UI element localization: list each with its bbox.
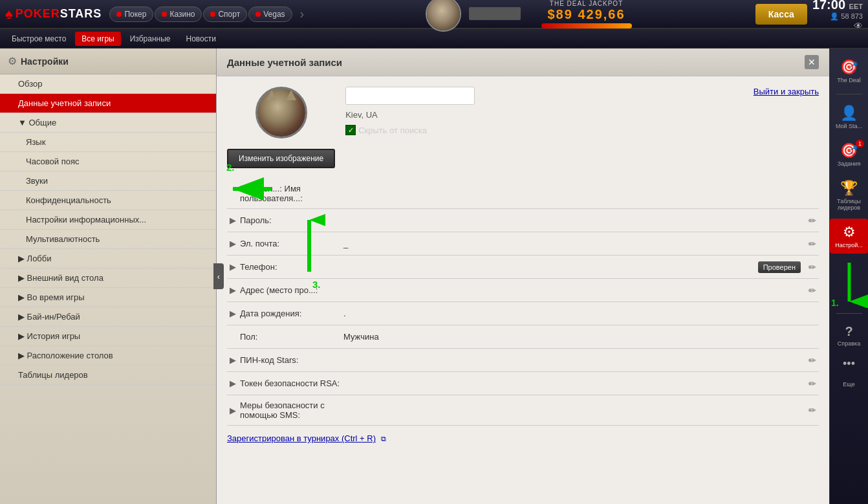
edit-phone-icon[interactable]: ✏ xyxy=(808,262,816,272)
sidebar-item-timezone[interactable]: Часовой пояс xyxy=(0,152,216,171)
sidebar-item-account-data[interactable]: Данные учетной записи xyxy=(0,94,216,113)
hide-search-label: Скрыть от поиска xyxy=(358,126,427,135)
jackpot-value: $89 429,66 xyxy=(547,7,625,22)
sidebar-item-during-game[interactable]: ▶ Во время игры xyxy=(0,288,216,307)
nav-news[interactable]: Новости xyxy=(179,32,222,46)
label-username: Имя пол...: Имя пользователя...: xyxy=(240,184,343,203)
label-sms: Меры безопасности с помощью SMS: xyxy=(240,400,343,420)
value-birthday: . xyxy=(343,309,816,318)
top-bar: ♠ POKERSTARS Покер Казино Спорт Vegas › … xyxy=(0,0,868,29)
sidebar-collapse-button[interactable]: ‹ xyxy=(213,263,224,289)
expand-pin[interactable]: ▶ xyxy=(230,355,240,365)
logo-area: ♠ POKERSTARS xyxy=(5,6,102,23)
form-section: Имя пол...: Имя пользователя...: ▶ Парол… xyxy=(217,179,829,426)
label-phone: Телефон: xyxy=(240,262,343,272)
jackpot-area: THE DEAL JACKPOT $89 429,66 xyxy=(541,0,632,28)
expand-rsa[interactable]: ▶ xyxy=(230,378,240,388)
sidebar-header: ⚙ Настройки xyxy=(0,49,216,74)
nav-tab-poker[interactable]: Покер xyxy=(109,6,153,22)
nav-tab-vegas[interactable]: Vegas xyxy=(248,6,292,22)
sidebar-item-table-appearance[interactable]: ▶ Внешний вид стола xyxy=(0,268,216,288)
nav-tabs: Покер Казино Спорт Vegas xyxy=(109,6,292,22)
sidebar-item-language[interactable]: Язык xyxy=(0,133,216,152)
hide-search-checkbox[interactable]: ✓ xyxy=(345,125,356,135)
expand-birthday[interactable]: ▶ xyxy=(230,309,240,318)
sidebar-title: Настройки xyxy=(21,56,69,67)
form-row-pin: ▶ ПИН-код Stars: ✏ xyxy=(227,349,819,372)
profile-name-input[interactable] xyxy=(345,87,475,105)
time-area: 17:00 EET 👤 58 873 👁 xyxy=(812,0,863,31)
sidebar-item-info-settings[interactable]: Настройки информационных... xyxy=(0,210,216,230)
change-image-button[interactable]: Изменить изображение xyxy=(227,149,335,168)
right-item-settings[interactable]: ⚙ Настрой... xyxy=(830,219,868,254)
nav-tab-casino[interactable]: Казино xyxy=(155,6,202,22)
expand-email[interactable]: ▶ xyxy=(230,239,240,248)
cashier-button[interactable]: Касса xyxy=(755,4,807,25)
sidebar-item-lobby[interactable]: ▶ Лобби xyxy=(0,249,216,268)
search-progress xyxy=(469,7,534,21)
edit-address-icon[interactable]: ✏ xyxy=(808,285,816,296)
sidebar-item-buyin-rebuy[interactable]: ▶ Бай-ин/Ребай xyxy=(0,307,216,327)
edit-email-icon[interactable]: ✏ xyxy=(808,239,816,249)
edit-password-icon[interactable]: ✏ xyxy=(808,215,816,226)
sidebar-item-game-history[interactable]: ▶ История игры xyxy=(0,327,216,346)
edit-rsa-icon[interactable]: ✏ xyxy=(808,378,816,389)
form-row-username: Имя пол...: Имя пользователя...: xyxy=(227,179,819,209)
label-address: Адрес (место про...: xyxy=(240,285,343,295)
nav-favorites[interactable]: Избранные xyxy=(124,32,177,46)
edit-sms-icon[interactable]: ✏ xyxy=(808,405,816,415)
content-area: Данные учетной записи ✕ Изменить изображ… xyxy=(217,49,829,504)
right-item-help[interactable]: ? Справка xyxy=(830,319,868,352)
right-item-the-deal[interactable]: 🎯 The Deal xyxy=(830,54,868,89)
user-count-value: 58 873 xyxy=(841,12,863,20)
sidebar-item-leaderboards[interactable]: Таблицы лидеров xyxy=(0,366,216,385)
hide-search-row: ✓ Скрыть от поиска xyxy=(345,125,743,135)
sidebar-item-sounds[interactable]: Звуки xyxy=(0,171,216,191)
sidebar-item-table-layout[interactable]: ▶ Расположение столов xyxy=(0,346,216,366)
right-item-the-deal-label: The Deal xyxy=(837,77,861,83)
nav-quick-seat[interactable]: Быстрое место xyxy=(5,32,72,46)
second-nav: Быстрое место Все игры Избранные Новости xyxy=(0,29,868,49)
expand-phone[interactable]: ▶ xyxy=(230,262,240,272)
nav-all-games[interactable]: Все игры xyxy=(75,32,120,46)
edit-pin-icon[interactable]: ✏ xyxy=(808,355,816,366)
tournaments-link[interactable]: Зарегистрирован в турнирах (Ctrl + R) xyxy=(227,433,376,443)
right-item-settings-label: Настрой... xyxy=(835,242,863,248)
the-deal-icon: 🎯 xyxy=(840,59,858,76)
more-dots: ••• xyxy=(843,357,855,371)
logo-star: ♠ xyxy=(5,6,13,23)
gear-icon: ⚙ xyxy=(8,55,17,67)
verified-badge: Проверен xyxy=(758,261,801,273)
label-email: Эл. почта: xyxy=(240,239,343,248)
nav-separator: › xyxy=(300,6,305,21)
right-item-my-stars[interactable]: 👤 Мой Sta... xyxy=(830,100,868,135)
right-item-leaderboards[interactable]: 🏆 Таблицы лидеров xyxy=(830,175,868,216)
user-count: 👤 58 873 xyxy=(812,12,863,21)
expand-sms[interactable]: ▶ xyxy=(230,406,240,415)
sidebar-item-overview[interactable]: Обзор xyxy=(0,74,216,94)
right-item-tasks[interactable]: 🎯 1 Задания xyxy=(830,137,868,172)
expand-password[interactable]: ▶ xyxy=(230,215,240,225)
form-row-password: ▶ Пароль: ✏ xyxy=(227,209,819,232)
my-stars-icon: 👤 xyxy=(840,105,858,122)
logout-link[interactable]: Выйти и закрыть xyxy=(754,87,819,96)
search-box[interactable] xyxy=(469,7,521,20)
jackpot-bar xyxy=(541,23,632,28)
right-item-more-label: Еще xyxy=(843,381,854,388)
form-row-gender: Пол: Мужчина xyxy=(227,325,819,349)
form-row-email: ▶ Эл. почта: _ ✏ xyxy=(227,232,819,256)
eye-icon[interactable]: 👁 xyxy=(854,21,863,31)
expand-address[interactable]: ▶ xyxy=(230,285,240,295)
help-icon: ? xyxy=(845,324,852,339)
sidebar-item-general[interactable]: ▼ Общие xyxy=(0,113,216,133)
nav-tab-sport-label: Спорт xyxy=(218,10,240,19)
right-item-more[interactable]: Еще xyxy=(830,376,868,393)
nav-tab-sport[interactable]: Спорт xyxy=(203,6,247,22)
content-header: Данные учетной записи ✕ xyxy=(217,49,829,76)
vegas-dot xyxy=(255,12,261,17)
sidebar: ⚙ Настройки Обзор Данные учетной записи … xyxy=(0,49,217,504)
sidebar-item-multicurrency[interactable]: Мультивалютность xyxy=(0,230,216,249)
right-item-tasks-label: Задания xyxy=(838,160,861,167)
close-button[interactable]: ✕ xyxy=(805,55,819,69)
sidebar-item-privacy[interactable]: Конфиденциальность xyxy=(0,191,216,210)
